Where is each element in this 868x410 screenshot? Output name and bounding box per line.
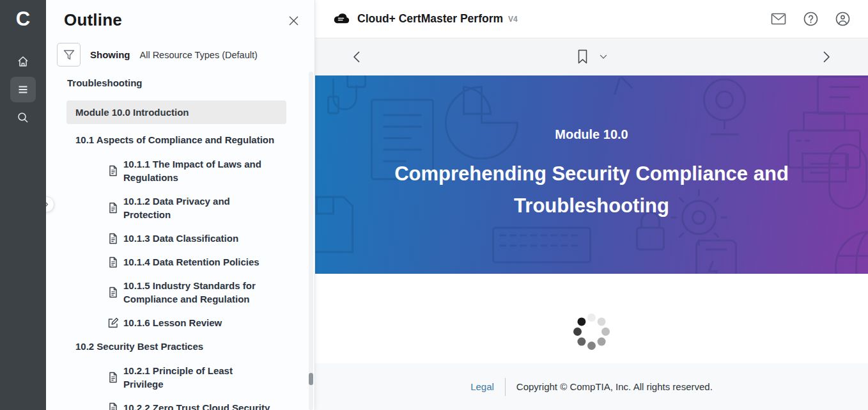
outline-title: Outline bbox=[64, 10, 122, 30]
outline-panel: Outline Showing All Resource Types (Defa… bbox=[46, 0, 315, 410]
app-header: Cloud+ CertMaster Perform V4 bbox=[315, 0, 868, 38]
outline-item[interactable]: Module 10.0 Introduction bbox=[66, 100, 286, 124]
account-button[interactable] bbox=[835, 12, 850, 26]
app-version: V4 bbox=[508, 15, 518, 24]
app-title: Cloud+ CertMaster Perform bbox=[357, 12, 503, 26]
filter-value: All Resource Types (Default) bbox=[140, 50, 258, 60]
document-icon bbox=[107, 256, 119, 268]
header-actions bbox=[771, 12, 850, 26]
chevron-left-icon bbox=[352, 51, 360, 63]
close-icon bbox=[287, 14, 300, 28]
module-number: Module 10.0 bbox=[555, 127, 628, 142]
document-icon bbox=[107, 402, 119, 410]
outline-item[interactable]: 10.1.4 Data Retention Policies bbox=[66, 255, 286, 269]
lesson-content bbox=[315, 274, 868, 363]
outline-item[interactable]: 10.1.1 The Impact of Laws and Regulation… bbox=[66, 157, 286, 184]
document-icon bbox=[107, 202, 119, 214]
outline-list: Troubleshooting Module 10.0 Introduction… bbox=[46, 75, 314, 410]
filter-button[interactable] bbox=[57, 43, 81, 67]
outline-item[interactable]: 10.1.2 Data Privacy and Protection bbox=[66, 194, 286, 221]
outline-menu-button[interactable] bbox=[10, 77, 36, 102]
bookmark-icon bbox=[577, 49, 589, 65]
funnel-icon bbox=[63, 49, 75, 61]
sidebar-nav bbox=[10, 49, 36, 130]
outline-panel-header: Outline bbox=[46, 0, 314, 30]
outline-item[interactable]: 10.1.3 Data Classification bbox=[66, 232, 286, 245]
next-button[interactable] bbox=[823, 51, 831, 63]
outline-item[interactable]: 10.2.1 Principle of Least Privilege bbox=[66, 364, 286, 391]
outline-item[interactable]: 10.2 Security Best Practices bbox=[66, 340, 286, 353]
outline-scrollbar bbox=[309, 72, 313, 410]
previous-button[interactable] bbox=[352, 51, 360, 63]
search-button[interactable] bbox=[10, 105, 36, 130]
document-icon bbox=[107, 165, 119, 177]
document-icon bbox=[107, 372, 119, 383]
lesson-navbar bbox=[315, 38, 868, 75]
outline-scrollbar-thumb[interactable] bbox=[309, 373, 313, 385]
messages-button[interactable] bbox=[771, 13, 786, 25]
outline-item[interactable]: Troubleshooting bbox=[66, 76, 286, 90]
footer-divider bbox=[505, 378, 506, 396]
module-banner: Module 10.0 Comprehending Security Compl… bbox=[315, 75, 868, 274]
outline-item[interactable]: 10.2.2 Zero Trust Cloud Security bbox=[66, 401, 286, 410]
document-icon bbox=[107, 287, 119, 298]
bookmark-button[interactable] bbox=[577, 49, 589, 65]
bookmark-group bbox=[577, 49, 607, 65]
home-icon bbox=[17, 55, 29, 68]
outline-item[interactable]: 10.1.6 Lesson Review bbox=[66, 316, 286, 329]
bookmark-menu-button[interactable] bbox=[600, 54, 607, 59]
comptia-logo: C bbox=[16, 6, 30, 32]
mail-icon bbox=[771, 13, 786, 25]
outline-item[interactable]: 10.1.5 Industry Standards for Compliance… bbox=[66, 279, 286, 306]
footer: Legal Copyright © CompTIA, Inc. All righ… bbox=[315, 363, 868, 410]
lesson-review-icon bbox=[107, 317, 119, 329]
chevron-down-icon bbox=[600, 54, 607, 59]
legal-link[interactable]: Legal bbox=[470, 381, 494, 392]
account-icon bbox=[835, 12, 850, 26]
cloud-app-icon bbox=[333, 12, 350, 26]
home-button[interactable] bbox=[10, 49, 36, 74]
main-area: Cloud+ CertMaster Perform V4 bbox=[315, 0, 868, 410]
outline-item[interactable]: 10.1 Aspects of Compliance and Regulatio… bbox=[66, 133, 286, 146]
resource-filter-row: Showing All Resource Types (Default) bbox=[57, 43, 314, 67]
copyright-text: Copyright © CompTIA, Inc. All rights res… bbox=[516, 381, 713, 392]
help-button[interactable] bbox=[803, 12, 818, 26]
help-icon bbox=[803, 12, 818, 26]
module-title: Comprehending Security Compliance and Tr… bbox=[368, 158, 816, 222]
chevron-right-icon bbox=[823, 51, 831, 63]
app-sidebar: C bbox=[0, 0, 46, 410]
search-icon bbox=[17, 111, 29, 124]
menu-icon bbox=[17, 83, 29, 96]
showing-label: Showing bbox=[90, 49, 130, 60]
document-icon bbox=[107, 233, 119, 244]
close-outline-button[interactable] bbox=[287, 14, 300, 28]
